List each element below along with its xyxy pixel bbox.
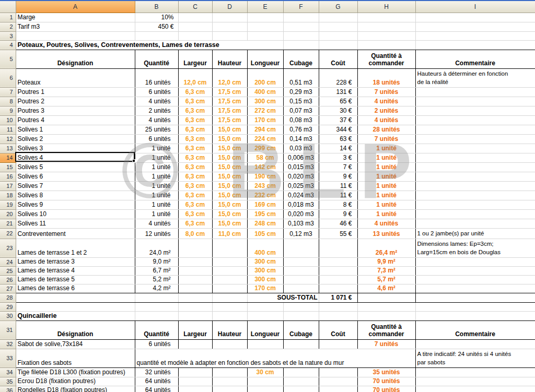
cell-F20[interactable]: 0,020 m3 [283,209,319,219]
cell-A24[interactable]: Lames de terrasse 3 [16,257,135,266]
cell-G7[interactable]: 131 € [319,87,357,97]
cell-E25[interactable]: 300 cm [247,266,283,275]
cell-C26[interactable] [178,275,212,284]
cell-C23[interactable] [178,239,212,257]
cell-F29[interactable] [283,302,319,311]
cell-E2[interactable] [247,22,283,31]
cell-A14[interactable]: Solives 4 [16,153,135,162]
cell-I4[interactable] [415,40,535,50]
cell-D8[interactable]: 17,5 cm [212,97,247,106]
cell-D35[interactable] [212,377,247,386]
cell-D12[interactable]: 15,0 cm [212,134,247,144]
cell-D11[interactable]: 15,0 cm [212,125,247,134]
cell-G35[interactable] [319,377,357,386]
cell-B35[interactable]: 64 unités [135,377,178,386]
cell-C17[interactable]: 6,3 cm [178,181,212,191]
cell-I35[interactable] [415,377,535,386]
cell-D25[interactable] [212,266,247,275]
row-header-3[interactable]: 3 [0,31,16,40]
cell-D21[interactable]: 15,0 cm [212,219,247,228]
cell-H10[interactable]: 4 unités [357,115,415,125]
column-header-B[interactable]: B [135,1,178,13]
cell-A19[interactable]: Solives 9 [16,200,135,209]
cell-B36[interactable]: 64 unités [135,386,178,392]
cell-H4[interactable] [357,40,415,50]
row-header-35[interactable]: 35 [0,377,16,386]
cell-A13[interactable]: Solives 3 [16,144,135,153]
row-header-2[interactable]: 2 [0,22,16,31]
cell-D14[interactable]: 15,0 cm [212,153,247,162]
cell-I10[interactable] [415,115,535,125]
cell-H1[interactable] [357,13,415,22]
cell-E1[interactable] [247,13,283,22]
row-header-14[interactable]: 14 [0,153,16,162]
cell-E3[interactable] [247,31,283,40]
cell-H20[interactable]: 1 unité [357,209,415,219]
cell-D30[interactable] [212,311,247,320]
cell-E22[interactable]: 105 cm [247,228,283,239]
row-header-9[interactable]: 9 [0,106,16,115]
cell-B7[interactable]: 6 unités [135,87,178,97]
cell-C36[interactable] [178,386,212,392]
cell-C16[interactable]: 6,3 cm [178,172,212,181]
cell-G30[interactable] [319,311,357,320]
cell-C34[interactable] [178,367,212,377]
cell-A3[interactable] [16,31,135,40]
cell-E17[interactable]: 243 cm [247,181,283,191]
cell-G4[interactable] [319,40,357,50]
cell-D18[interactable]: 15,0 cm [212,191,247,200]
cell-H22[interactable]: 13 unités [357,228,415,239]
cell-I9[interactable] [415,106,535,115]
cell-B13[interactable]: 1 unité [135,144,178,153]
cell-C25[interactable] [178,266,212,275]
cell-G36[interactable] [319,386,357,392]
cell-H21[interactable]: 4 unités [357,219,415,228]
cell-I26[interactable] [415,275,535,284]
cell-C15[interactable]: 6,3 cm [178,162,212,172]
cell-I27[interactable] [415,284,535,293]
header-cell-B31[interactable]: Quantité [135,320,178,339]
cell-B21[interactable]: 4 unités [135,219,178,228]
cell-H24[interactable]: 9,9 m² [357,257,415,266]
header-cell-H5[interactable]: Quantité à commander [357,50,415,68]
header-cell-F5[interactable]: Cubage [283,50,319,68]
row-header-23[interactable]: 23 [0,239,16,257]
cell-H3[interactable] [357,31,415,40]
row-header-20[interactable]: 20 [0,209,16,219]
cell-A9[interactable]: Poutres 3 [16,106,135,115]
cell-I22[interactable]: 1 ou 2 jambe(s) par unité [415,228,535,239]
cell-E14[interactable]: 58 cm [247,153,283,162]
cell-A32[interactable]: Sabot de solive,73x184 [16,339,135,349]
header-cell-G5[interactable]: Coût [319,50,357,68]
cell-G18[interactable]: 11 € [319,191,357,200]
cell-H11[interactable]: 28 unités [357,125,415,134]
cell-H2[interactable] [357,22,415,31]
cell-B25[interactable]: 6,7 m² [135,266,178,275]
cell-D9[interactable]: 17,5 cm [212,106,247,115]
row-header-27[interactable]: 27 [0,284,16,293]
row-header-10[interactable]: 10 [0,115,16,125]
header-cell-B5[interactable]: Quantité [135,50,178,68]
cell-C7[interactable]: 6,3 cm [178,87,212,97]
cell-F35[interactable] [283,377,319,386]
cell-B14[interactable]: 1 unité [135,153,178,162]
cell-C22[interactable]: 8,0 cm [178,228,212,239]
cell-D27[interactable] [212,284,247,293]
column-header-E[interactable]: E [247,1,283,13]
cell-I8[interactable] [415,97,535,106]
cell-F11[interactable]: 0,76 m3 [283,125,319,134]
row-header-6[interactable]: 6 [0,68,16,87]
cell-H7[interactable]: 7 unités [357,87,415,97]
row-header-21[interactable]: 21 [0,219,16,228]
cell-B30[interactable] [135,311,178,320]
cell-B28[interactable] [135,293,178,302]
cell-D2[interactable] [212,22,247,31]
cell-E24[interactable]: 300 cm [247,257,283,266]
cell-F12[interactable]: 0,14 m3 [283,134,319,144]
cell-F25[interactable] [283,266,319,275]
cell-I32[interactable] [415,339,535,349]
cell-I11[interactable] [415,125,535,134]
cell-D22[interactable]: 11,0 cm [212,228,247,239]
cell-C13[interactable]: 6,3 cm [178,144,212,153]
cell-E34[interactable]: 30 cm [247,367,283,377]
